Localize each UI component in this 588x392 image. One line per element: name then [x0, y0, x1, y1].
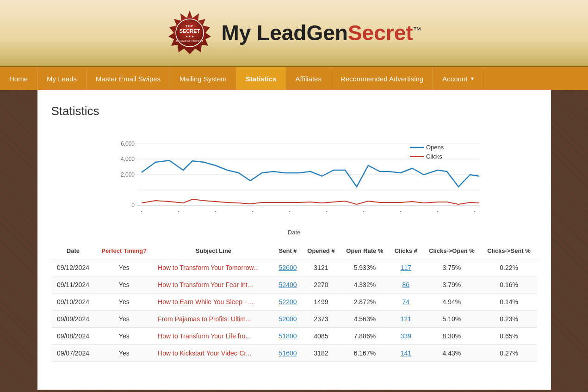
svg-text:★ ★ ★: ★ ★ ★	[186, 35, 194, 38]
cell-clicks-sent: 0.16%	[481, 276, 537, 294]
svg-text:•: •	[437, 209, 438, 214]
cell-sent[interactable]: 52600	[274, 259, 302, 276]
statistics-chart: 6,000 4,000 2,000 0 • • • • • • • • • • …	[51, 135, 537, 227]
col-open-rate: Open Rate %	[340, 243, 389, 259]
cell-sent[interactable]: 51600	[274, 345, 302, 362]
col-clicks-sent: Clicks->Sent %	[481, 243, 537, 259]
svg-text:Opens: Opens	[426, 144, 444, 151]
statistics-table: Date Perfect Timing? Subject Line Sent #…	[51, 243, 537, 362]
cell-clicks-open: 4.43%	[422, 345, 481, 362]
cell-opened: 3121	[302, 259, 340, 276]
svg-text:SECRET: SECRET	[179, 28, 200, 34]
chart-x-label: Date	[51, 229, 537, 236]
cell-clicks[interactable]: 141	[389, 345, 422, 362]
table-row: 09/10/2024YesHow to Earn While You Sleep…	[51, 294, 537, 311]
nav-my-leads[interactable]: My Leads	[37, 67, 87, 90]
cell-subject[interactable]: How to Transform Your Tomorrow...	[153, 259, 274, 276]
cell-clicks-open: 3.75%	[422, 259, 481, 276]
col-date: Date	[51, 243, 95, 259]
svg-text:4,000: 4,000	[120, 156, 134, 162]
logo-seal: TOP SECRET ★ ★ ★ MYLEADGENSECRET	[167, 10, 213, 56]
cell-clicks-open: 3.79%	[422, 276, 481, 294]
col-clicks: Clicks #	[389, 243, 422, 259]
col-opened: Opened #	[302, 243, 340, 259]
cell-clicks[interactable]: 121	[389, 311, 422, 328]
table-row: 09/12/2024YesHow to Transform Your Tomor…	[51, 259, 537, 276]
cell-open-rate: 4.563%	[340, 311, 389, 328]
svg-text:•: •	[215, 209, 216, 214]
cell-perfect-timing: Yes	[95, 345, 153, 362]
logo-my: My	[221, 21, 257, 45]
nav-recommended-advertising[interactable]: Recommended Advertising	[331, 67, 433, 90]
cell-opened: 2373	[302, 311, 340, 328]
cell-sent[interactable]: 52400	[274, 276, 302, 294]
cell-clicks[interactable]: 339	[389, 328, 422, 345]
svg-text:•: •	[141, 209, 142, 214]
cell-sent[interactable]: 51800	[274, 328, 302, 345]
cell-open-rate: 5.933%	[340, 259, 389, 276]
cell-clicks-sent: 0.23%	[481, 311, 537, 328]
nav-affiliates[interactable]: Affiliates	[286, 67, 331, 90]
cell-date: 09/12/2024	[51, 259, 95, 276]
cell-open-rate: 6.167%	[340, 345, 389, 362]
svg-text:6,000: 6,000	[120, 141, 134, 147]
svg-text:•: •	[252, 209, 253, 214]
table-row: 09/09/2024YesFrom Pajamas to Profits: Ul…	[51, 311, 537, 328]
svg-text:MYLEADGENSECRET: MYLEADGENSECRET	[176, 40, 204, 43]
logo-tm: ™	[413, 25, 421, 35]
cell-subject[interactable]: How to Transform Your Fear int...	[153, 276, 274, 294]
table-header-row: Date Perfect Timing? Subject Line Sent #…	[51, 243, 537, 259]
nav-statistics[interactable]: Statistics	[236, 67, 286, 90]
cell-clicks-open: 5.10%	[422, 311, 481, 328]
cell-clicks[interactable]: 74	[389, 294, 422, 311]
table-row: 09/11/2024YesHow to Transform Your Fear …	[51, 276, 537, 294]
svg-text:•: •	[326, 209, 327, 214]
nav-home[interactable]: Home	[0, 67, 37, 90]
cell-opened: 4085	[302, 328, 340, 345]
logo-secret: Secret	[348, 21, 413, 45]
svg-text:•: •	[363, 209, 364, 214]
cell-clicks[interactable]: 86	[389, 276, 422, 294]
svg-text:TOP: TOP	[186, 24, 194, 28]
cell-date: 09/07/2024	[51, 345, 95, 362]
cell-clicks-sent: 0.65%	[481, 328, 537, 345]
page-title: Statistics	[51, 104, 537, 118]
col-clicks-open: Clicks->Open %	[422, 243, 481, 259]
svg-text:•: •	[178, 209, 179, 214]
cell-perfect-timing: Yes	[95, 328, 153, 345]
cell-perfect-timing: Yes	[95, 311, 153, 328]
cell-date: 09/09/2024	[51, 311, 95, 328]
nav-mailing-system[interactable]: Mailing System	[170, 67, 236, 90]
cell-clicks-sent: 0.22%	[481, 259, 537, 276]
cell-sent[interactable]: 52200	[274, 294, 302, 311]
cell-sent[interactable]: 52000	[274, 311, 302, 328]
svg-text:•: •	[400, 209, 401, 214]
navigation: Home My Leads Master Email Swipes Mailin…	[0, 67, 588, 90]
cell-date: 09/08/2024	[51, 328, 95, 345]
cell-date: 09/10/2024	[51, 294, 95, 311]
col-perfect-timing: Perfect Timing?	[95, 243, 153, 259]
svg-text:•: •	[474, 209, 475, 214]
main-content: Statistics 6,000 4,000 2,000 0 • • •	[37, 90, 551, 390]
cell-subject[interactable]: From Pajamas to Profits: Ultim...	[153, 311, 274, 328]
cell-clicks-open: 4.94%	[422, 294, 481, 311]
cell-subject[interactable]: How to Kickstart Your Video Cr...	[153, 345, 274, 362]
cell-opened: 3182	[302, 345, 340, 362]
cell-opened: 2270	[302, 276, 340, 294]
opens-line	[142, 160, 479, 187]
clicks-line	[142, 199, 479, 204]
cell-clicks[interactable]: 117	[389, 259, 422, 276]
logo-brand: My LeadGenSecret™	[221, 22, 421, 43]
cell-perfect-timing: Yes	[95, 294, 153, 311]
cell-open-rate: 7.886%	[340, 328, 389, 345]
cell-subject[interactable]: How to Transform Your Life fro...	[153, 328, 274, 345]
table-row: 09/08/2024YesHow to Transform Your Life …	[51, 328, 537, 345]
cell-clicks-sent: 0.27%	[481, 345, 537, 362]
svg-text:0: 0	[131, 202, 135, 208]
nav-account[interactable]: Account ▼	[433, 67, 484, 90]
nav-master-email-swipes[interactable]: Master Email Swipes	[87, 67, 170, 90]
cell-subject[interactable]: How to Earn While You Sleep - ...	[153, 294, 274, 311]
table-row: 09/07/2024YesHow to Kickstart Your Video…	[51, 345, 537, 362]
cell-open-rate: 4.332%	[340, 276, 389, 294]
header: TOP SECRET ★ ★ ★ MYLEADGENSECRET My Lead…	[0, 0, 588, 67]
